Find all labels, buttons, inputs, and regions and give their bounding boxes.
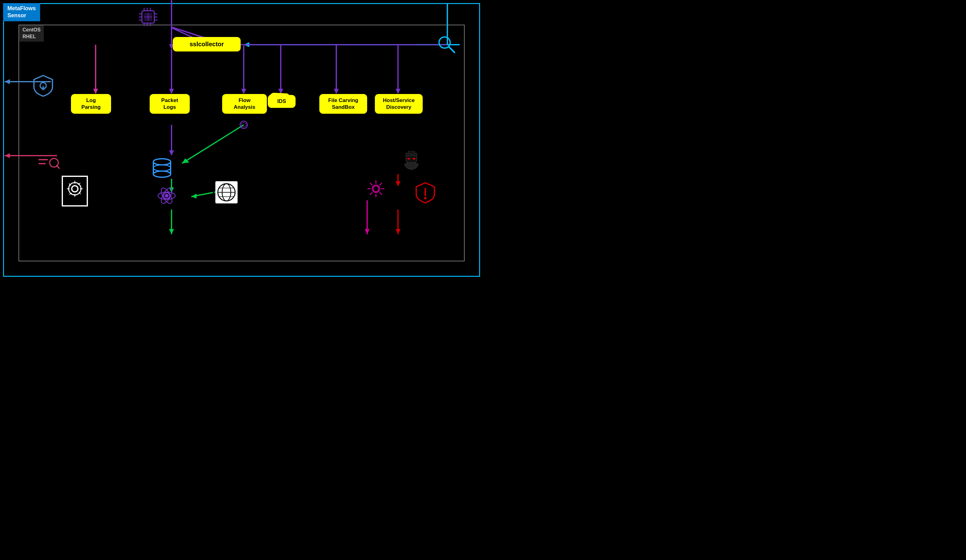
svg-point-75 xyxy=(165,194,168,198)
svg-point-67 xyxy=(72,186,78,192)
chip-icon xyxy=(137,6,159,32)
svg-marker-99 xyxy=(374,185,378,192)
flow-icon-overlay xyxy=(238,120,250,131)
log-parsing-box: LogParsing xyxy=(71,94,111,114)
flow-analysis-box: FlowAnalysis xyxy=(222,94,267,114)
centos-label: CentOSRHEL xyxy=(20,25,44,42)
host-service-box: Host/ServiceDiscovery xyxy=(375,94,423,114)
svg-point-86 xyxy=(407,158,410,160)
shield-lock-icon xyxy=(33,74,54,102)
svg-point-87 xyxy=(412,158,416,160)
svg-line-66 xyxy=(57,165,59,168)
inner-border xyxy=(18,25,465,261)
svg-point-69 xyxy=(153,159,171,165)
ids-box: IDS xyxy=(268,95,296,108)
svg-point-101 xyxy=(424,197,427,200)
shield-alert-icon xyxy=(415,182,435,208)
svg-line-97 xyxy=(380,183,382,185)
svg-line-61 xyxy=(449,46,455,52)
metaflows-label: MetaFlowsSensor xyxy=(3,3,40,21)
search-magnify-icon xyxy=(435,34,457,59)
database-icon xyxy=(151,157,173,185)
svg-point-68 xyxy=(69,183,81,195)
globe-icon xyxy=(213,179,240,211)
file-carving-box: File CarvingSandBox xyxy=(319,94,367,114)
hacker-icon xyxy=(401,151,421,175)
svg-point-72 xyxy=(153,171,171,177)
gear-icon xyxy=(62,176,88,206)
filter-search-icon xyxy=(37,151,60,174)
packet-logs-box: PacketLogs xyxy=(150,94,190,114)
svg-line-98 xyxy=(370,192,372,195)
svg-point-73 xyxy=(153,165,171,171)
svg-line-96 xyxy=(380,192,382,195)
sslcollector-box: sslcollector xyxy=(173,37,241,51)
svg-line-95 xyxy=(370,183,372,185)
network-atom-icon xyxy=(156,185,177,211)
main-canvas: MetaFlowsSensor CentOSRHEL xyxy=(0,0,483,280)
svg-rect-89 xyxy=(408,151,415,154)
burst-icon xyxy=(366,179,386,203)
